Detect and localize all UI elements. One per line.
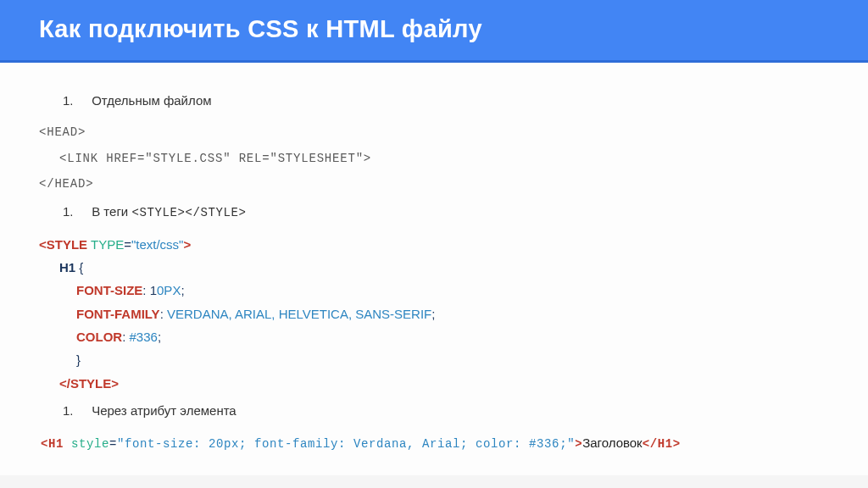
colon-val: : 1 xyxy=(142,283,157,297)
code-style-close: </STYLE> xyxy=(39,372,829,395)
list-item-3: 1. Через атрибут элемента xyxy=(63,403,829,418)
list-label: Отдельным файлом xyxy=(92,93,211,108)
code-brace-close: } xyxy=(39,348,829,371)
tag-open: <H1 xyxy=(41,437,64,451)
attr-value: "font-size: 20px; font-family: Verdana, … xyxy=(117,437,575,451)
slide-header: Как подключить CSS к HTML файлу xyxy=(0,0,868,63)
list-item-1: 1. Отдельным файлом xyxy=(63,93,829,108)
prop: FONT-SIZE xyxy=(76,283,142,297)
code-prop-fontsize: FONT-SIZE: 10PX; xyxy=(39,279,829,302)
code-head-close: </HEAD> xyxy=(39,173,829,196)
tag-close: </STYLE> xyxy=(59,376,119,391)
code-prop-fontfamily: FONT-FAMILY: VERDANA, ARIAL, HELVETICA, … xyxy=(39,302,829,325)
attr-name: TYPE xyxy=(87,237,124,252)
eq: = xyxy=(109,437,117,451)
code-prop-color: COLOR: #336; xyxy=(39,325,829,348)
tag-open: <STYLE xyxy=(39,237,87,252)
tag-gt: > xyxy=(575,437,582,451)
tag-gt: > xyxy=(183,237,191,252)
semicolon: ; xyxy=(181,283,184,297)
val: VERDANA, ARIAL, HELVETICA, SANS-SERIF xyxy=(167,307,431,321)
selector: H1 xyxy=(59,260,75,274)
val: 0PX xyxy=(157,283,181,297)
list-item-2: 1. В теги <STYLE></STYLE> xyxy=(63,204,829,219)
inner-text: Заголовок xyxy=(582,435,643,450)
list-number: 1. xyxy=(63,204,88,219)
prop: COLOR xyxy=(76,330,122,344)
val: #336 xyxy=(130,330,158,344)
brace-open: { xyxy=(75,260,83,274)
list-label: Через атрибут элемента xyxy=(92,403,236,418)
code-inline-h1: <H1 style="font-size: 20px; font-family:… xyxy=(41,431,829,455)
code-head-open: <HEAD> xyxy=(39,121,829,144)
colon: : xyxy=(122,330,129,344)
semicolon: ; xyxy=(158,330,161,344)
slide-title: Как подключить CSS к HTML файлу xyxy=(39,15,829,43)
eq: = xyxy=(124,237,131,252)
brace-close: } xyxy=(76,352,81,367)
code-style-open: <STYLE TYPE="text/css"> xyxy=(39,233,829,256)
slide-content: 1. Отдельным файлом <HEAD> <LINK HREF="S… xyxy=(0,63,868,475)
code-link: <LINK HREF="STYLE.CSS" REL="STYLESHEET"> xyxy=(39,147,829,170)
semicolon: ; xyxy=(431,307,435,321)
code-selector: H1 { xyxy=(39,256,829,279)
colon: : xyxy=(160,307,167,321)
tag-close: </H1> xyxy=(643,437,681,451)
attr-value: "text/css" xyxy=(131,237,184,252)
list-number: 1. xyxy=(63,93,88,108)
list-number: 1. xyxy=(63,403,88,418)
prop: FONT-FAMILY xyxy=(76,307,160,321)
list-label: В теги xyxy=(92,204,131,219)
list-label-code: <STYLE></STYLE> xyxy=(131,206,246,219)
attr-name: style xyxy=(64,437,109,451)
